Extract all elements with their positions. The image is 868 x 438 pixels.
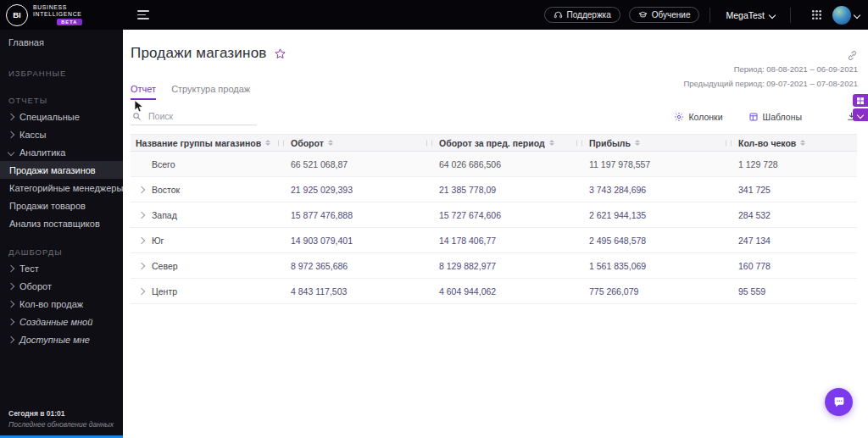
sort-icon[interactable] (265, 140, 270, 147)
cell-profit[interactable]: 775 266,079 (586, 286, 735, 297)
table-row-zapad[interactable]: Запад 15 877 476,888 15 727 674,606 2 62… (131, 202, 857, 228)
column-resize-handle[interactable] (426, 140, 432, 146)
table-row-vostok[interactable]: Восток 21 925 029,393 21 385 778,09 3 74… (131, 177, 857, 202)
sidebar-item-supplier-analysis[interactable]: Анализ поставщиков (0, 214, 123, 232)
sidebar-item-sales-count[interactable]: Кол-во продаж (0, 295, 123, 313)
chevron-down-icon (857, 111, 864, 118)
group-name: Запад (152, 210, 177, 220)
column-header-turnover[interactable]: Оборот (287, 135, 436, 151)
group-name: Восток (152, 185, 180, 195)
columns-button[interactable]: Колонки (669, 111, 727, 123)
period-current: Период: 08-08-2021 – 06-09-2021 (683, 63, 858, 77)
sidebar-item-product-sales[interactable]: Продажи товаров (0, 197, 123, 214)
column-resize-handle[interactable] (576, 140, 582, 146)
sidebar-item-available-to-me[interactable]: Доступные мне (0, 330, 123, 348)
cell-turnover[interactable]: 8 972 365,686 (287, 261, 436, 271)
expand-row-icon[interactable] (138, 211, 145, 218)
cell-prev-turnover[interactable]: 4 604 944,062 (436, 286, 586, 297)
templates-button[interactable]: Шаблоны (743, 111, 807, 123)
cell-prev-turnover[interactable]: 15 727 674,606 (436, 210, 586, 220)
cell-profit[interactable]: 3 743 284,696 (586, 185, 735, 195)
row-name: Восток (131, 185, 287, 195)
cell-turnover: 66 521 068,87 (287, 159, 436, 169)
cell-receipts[interactable]: 284 532 (735, 210, 857, 220)
cell-receipts[interactable]: 160 778 (735, 261, 857, 271)
column-header-group-name[interactable]: Название группы магазинов (131, 135, 287, 151)
cell-receipts[interactable]: 247 134 (735, 236, 857, 246)
sort-icon[interactable] (800, 140, 805, 147)
header-label: Прибыль (589, 138, 631, 148)
table-row-centr[interactable]: Центр 4 843 117,503 4 604 944,062 775 26… (131, 279, 857, 304)
tab-report[interactable]: Отчет (131, 84, 156, 100)
column-resize-handle[interactable] (726, 140, 732, 146)
cell-receipts[interactable]: 95 559 (735, 286, 857, 297)
cell-profit: 11 197 978,557 (586, 159, 735, 169)
cell-prev-turnover[interactable]: 21 385 778,09 (436, 185, 586, 195)
expand-row-icon[interactable] (138, 236, 145, 243)
sort-icon[interactable] (549, 140, 554, 147)
cell-turnover[interactable]: 4 843 117,503 (287, 286, 436, 297)
sort-icon[interactable] (328, 140, 333, 147)
sidebar-item-kassy[interactable]: Кассы (0, 125, 123, 143)
sidebar-item-turnover[interactable]: Оборот (0, 277, 123, 295)
support-button[interactable]: Поддержка (544, 7, 620, 23)
cell-profit[interactable]: 1 561 835,069 (586, 261, 735, 271)
sidebar-item-special[interactable]: Специальные (0, 108, 123, 125)
expand-row-icon[interactable] (138, 287, 145, 294)
favorite-star-icon[interactable] (274, 47, 287, 60)
apps-grid-button[interactable] (811, 9, 822, 20)
sidebar-toggle-icon[interactable] (134, 4, 156, 26)
table-row-yug[interactable]: Юг 14 903 079,401 14 178 406,77 2 495 64… (131, 228, 857, 253)
panel-grid-icon[interactable] (853, 94, 868, 107)
training-button[interactable]: Обучение (629, 7, 700, 23)
expand-row-icon[interactable] (138, 186, 145, 192)
cell-profit[interactable]: 2 621 944,135 (586, 210, 735, 220)
expand-row-icon[interactable] (138, 262, 145, 269)
cell-profit[interactable]: 2 495 648,578 (586, 236, 735, 246)
sidebar-item-test[interactable]: Тест (0, 259, 123, 277)
chevron-right-icon (8, 318, 14, 324)
cell-turnover[interactable]: 14 903 079,401 (287, 236, 436, 246)
cell-prev-turnover[interactable]: 8 129 882,977 (436, 261, 586, 271)
sidebar-item-category-managers[interactable]: Категорийные менеджеры (0, 179, 123, 197)
toolbar-actions: Колонки Шаблоны (669, 111, 857, 123)
headset-icon (554, 10, 563, 19)
table-row-sever[interactable]: Север 8 972 365,686 8 129 882,977 1 561 … (131, 253, 857, 279)
share-link-icon[interactable] (847, 50, 858, 61)
header-label: Кол-во чеков (738, 138, 796, 148)
period-info: Период: 08-08-2021 – 06-09-2021 Предыдущ… (683, 63, 858, 91)
sidebar-item-store-sales[interactable]: Продажи магазинов (0, 161, 123, 179)
app-logo: BI BUSINESS INTELLIGENCE BETA (0, 4, 129, 26)
support-label: Поддержка (567, 10, 611, 19)
item-label: Созданные мной (19, 317, 92, 327)
chat-button[interactable] (825, 388, 853, 416)
logo-text: BUSINESS INTELLIGENCE BETA (33, 4, 82, 25)
column-header-prev-turnover[interactable]: Оборот за пред. период (436, 135, 586, 151)
cell-receipts[interactable]: 341 725 (735, 185, 857, 195)
panel-collapse-icon[interactable] (853, 108, 868, 121)
search-input[interactable] (147, 110, 255, 122)
sidebar-item-analytics[interactable]: Аналитика (0, 143, 123, 161)
column-header-receipts[interactable]: Кол-во чеков (735, 135, 857, 151)
cell-turnover[interactable]: 15 877 476,888 (287, 210, 436, 220)
group-name: Центр (152, 286, 177, 297)
search-box (131, 108, 257, 125)
row-name: Центр (131, 286, 287, 297)
user-avatar-menu[interactable] (832, 6, 860, 25)
chevron-right-icon (8, 130, 14, 137)
cell-turnover[interactable]: 21 925 029,393 (287, 185, 436, 195)
column-resize-handle[interactable] (278, 140, 284, 146)
item-label: Специальные (19, 112, 80, 122)
account-menu[interactable]: MegaTest (721, 9, 780, 21)
cell-prev-turnover[interactable]: 14 178 406,77 (436, 236, 586, 246)
column-header-profit[interactable]: Прибыль (586, 135, 735, 151)
chevron-right-icon (8, 264, 14, 271)
sidebar-item-home[interactable]: Главная (0, 31, 123, 53)
sidebar-item-created-by-me[interactable]: Созданные мной (0, 313, 123, 330)
page-header: Продажи магазинов (123, 30, 868, 62)
sort-icon[interactable] (635, 140, 640, 147)
logo-bi-icon: BI (6, 4, 28, 26)
item-label: Доступные мне (19, 335, 90, 345)
tab-sales-structure[interactable]: Структура продаж (171, 84, 250, 100)
table-toolbar: Колонки Шаблоны (131, 108, 857, 125)
